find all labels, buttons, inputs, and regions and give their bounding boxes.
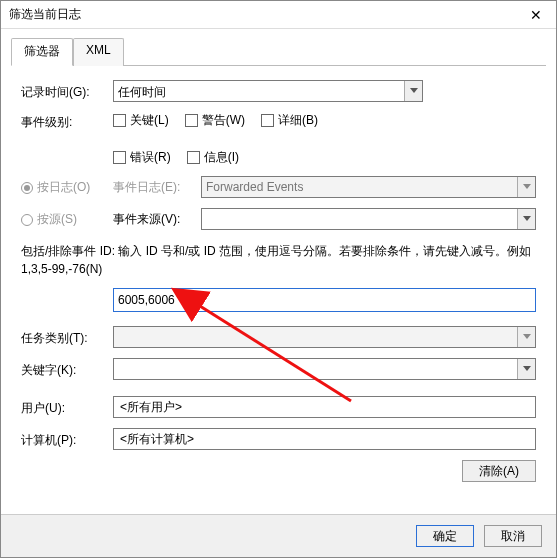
check-warning-label: 警告(W) [202, 112, 245, 129]
content-area: 筛选器 XML 记录时间(G): 任何时间 事件级别: [1, 29, 556, 500]
checkbox-icon [187, 151, 200, 164]
event-id-input[interactable] [113, 288, 536, 312]
dialog-footer: 确定 取消 [1, 514, 556, 557]
keywords-value [114, 359, 535, 362]
checkbox-icon [113, 151, 126, 164]
tab-filter[interactable]: 筛选器 [11, 38, 73, 66]
filter-panel: 记录时间(G): 任何时间 事件级别: 关键(L) [11, 66, 546, 492]
chevron-down-icon [517, 327, 535, 347]
window-title: 筛选当前日志 [9, 6, 81, 23]
radio-by-log-label: 按日志(O) [37, 179, 90, 196]
label-user: 用户(U): [21, 398, 113, 417]
label-level: 事件级别: [21, 112, 113, 131]
label-event-source: 事件来源(V): [113, 211, 185, 228]
close-icon: ✕ [530, 7, 542, 23]
chevron-down-icon [517, 177, 535, 197]
event-id-field[interactable] [113, 288, 536, 312]
label-computer: 计算机(P): [21, 430, 113, 449]
computer-input[interactable] [113, 428, 536, 450]
label-keywords: 关键字(K): [21, 360, 113, 379]
event-source-combo[interactable] [201, 208, 536, 230]
check-critical[interactable]: 关键(L) [113, 112, 169, 129]
close-button[interactable]: ✕ [516, 1, 556, 29]
label-task-cat: 任务类别(T): [21, 328, 113, 347]
chevron-down-icon [517, 209, 535, 229]
radio-icon [21, 182, 33, 194]
label-event-log: 事件日志(E): [113, 179, 185, 196]
check-verbose-label: 详细(B) [278, 112, 318, 129]
keywords-combo[interactable] [113, 358, 536, 380]
radio-icon [21, 214, 33, 226]
check-error-label: 错误(R) [130, 149, 171, 166]
checkbox-icon [185, 114, 198, 127]
check-critical-label: 关键(L) [130, 112, 169, 129]
logged-combo[interactable]: 任何时间 [113, 80, 423, 102]
user-field[interactable] [118, 399, 531, 415]
check-verbose[interactable]: 详细(B) [261, 112, 318, 129]
checkbox-icon [261, 114, 274, 127]
checkbox-icon [113, 114, 126, 127]
radio-by-log: 按日志(O) [21, 179, 90, 196]
titlebar: 筛选当前日志 ✕ [1, 1, 556, 29]
check-info[interactable]: 信息(I) [187, 149, 239, 166]
task-cat-combo [113, 326, 536, 348]
radio-by-source-label: 按源(S) [37, 211, 77, 228]
label-logged: 记录时间(G): [21, 82, 113, 101]
radio-by-source: 按源(S) [21, 211, 77, 228]
check-error[interactable]: 错误(R) [113, 149, 171, 166]
tab-xml[interactable]: XML [73, 38, 124, 66]
chevron-down-icon [517, 359, 535, 379]
cancel-button[interactable]: 取消 [484, 525, 542, 547]
help-text: 包括/排除事件 ID: 输入 ID 号和/或 ID 范围，使用逗号分隔。若要排除… [21, 242, 536, 278]
user-input[interactable] [113, 396, 536, 418]
event-log-value: Forwarded Events [202, 177, 535, 194]
check-info-label: 信息(I) [204, 149, 239, 166]
chevron-down-icon [404, 81, 422, 101]
task-cat-value [114, 327, 535, 330]
check-warning[interactable]: 警告(W) [185, 112, 245, 129]
event-source-value [202, 209, 535, 212]
tab-strip: 筛选器 XML [11, 37, 546, 66]
dialog-window: 筛选当前日志 ✕ 筛选器 XML 记录时间(G): 任何时间 [0, 0, 557, 558]
logged-value: 任何时间 [114, 81, 422, 101]
clear-button[interactable]: 清除(A) [462, 460, 536, 482]
computer-field[interactable] [118, 431, 531, 447]
ok-button[interactable]: 确定 [416, 525, 474, 547]
event-log-combo: Forwarded Events [201, 176, 536, 198]
